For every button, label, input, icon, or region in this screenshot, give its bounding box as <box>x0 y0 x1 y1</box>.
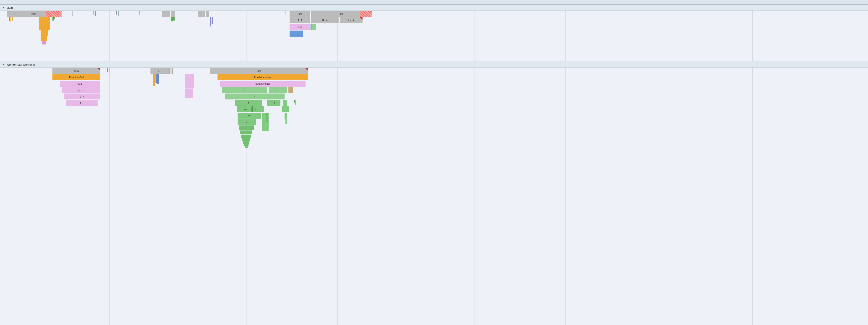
main-task-5[interactable] <box>206 11 209 17</box>
worker-ano-ous[interactable]: (ano...ous) <box>237 106 264 112</box>
main-blue-block[interactable] <box>289 31 303 37</box>
main-re-label: R...e <box>322 19 328 22</box>
worker-anonymous-label: (anonymous) <box>255 82 270 85</box>
worker-grid-13 <box>611 67 611 325</box>
main-task-stripe-right <box>360 11 372 17</box>
main-green-2 <box>54 17 55 19</box>
worker-v[interactable]: V <box>238 119 256 125</box>
worker-timeline: Task Function Call (a...s) ge...e (...) … <box>0 67 868 325</box>
worker-grid-7 <box>337 67 338 325</box>
worker-paren-right-label: (... <box>277 89 280 91</box>
main-re-block[interactable]: R...e <box>311 17 339 23</box>
worker-green-right-3 <box>284 113 287 119</box>
worker-grid-16 <box>752 67 753 325</box>
worker-task-1[interactable]: Task <box>53 68 100 74</box>
main-fl-block[interactable]: F...l <box>289 17 310 23</box>
worker-t-block[interactable]: T... <box>151 68 169 74</box>
worker-w[interactable]: W <box>238 113 261 119</box>
worker-ft[interactable]: ft <box>222 87 267 93</box>
worker-tick-right-3 <box>294 100 294 102</box>
main-purple-low[interactable] <box>42 41 46 45</box>
worker-green-deep-7 <box>245 146 248 148</box>
main-green-mid-2 <box>173 17 175 21</box>
worker-grid-1 <box>64 67 64 325</box>
worker-task-1-corner <box>98 68 100 71</box>
main-task-4[interactable] <box>198 11 205 17</box>
worker-section-header[interactable]: ▼ Worker: exif-worker.js <box>0 62 868 67</box>
main-blue-right <box>311 24 311 30</box>
worker-purple-bar-1 <box>185 75 194 88</box>
main-task-right-2-label: Task <box>338 12 344 15</box>
worker-ge-e[interactable]: ge...e <box>62 87 100 93</box>
worker-tick-2 <box>109 68 110 73</box>
main-task-right-1-label: Task <box>297 12 303 15</box>
worker-w-label: W <box>248 114 251 117</box>
main-task-right-1[interactable]: Task <box>289 11 310 17</box>
tick-6 <box>118 11 119 16</box>
tick-right-1 <box>285 11 285 14</box>
main-label: Main <box>6 6 13 9</box>
worker-anonymous[interactable]: (anonymous) <box>220 81 306 87</box>
main-task-label: Task <box>31 12 36 15</box>
main-paren-block[interactable]: (...) <box>289 24 310 30</box>
grid-line <box>200 10 201 61</box>
grid-line <box>474 10 474 61</box>
worker-z[interactable]: z <box>235 100 262 106</box>
worker-tick-1 <box>107 68 107 71</box>
worker-tick-right-5 <box>297 100 297 104</box>
worker-function-call-label: Function Call <box>69 76 84 79</box>
worker-tick-right-2 <box>293 100 293 104</box>
worker-t-label: T... <box>158 69 161 72</box>
main-paren-label: (...) <box>298 25 302 28</box>
worker-task-2[interactable]: Task <box>210 68 308 74</box>
worker-ano-ous-label: (ano...ous) <box>244 108 256 111</box>
grid-line <box>155 10 155 61</box>
main-task-3[interactable] <box>171 11 175 17</box>
main-green-mid-1 <box>171 17 173 22</box>
worker-green-right-2 <box>284 106 287 112</box>
grid-line <box>429 10 429 61</box>
worker-grid-6 <box>292 67 292 325</box>
main-task-2[interactable] <box>162 11 170 17</box>
worker-run-microtasks-label: Run Microtasks <box>254 76 271 79</box>
worker-green-deep-5 <box>243 141 249 144</box>
worker-green-thin-2 <box>252 106 253 112</box>
worker-f-label: f... <box>80 101 83 104</box>
worker-paren-right[interactable]: (... <box>269 87 287 93</box>
tick-4 <box>95 11 96 16</box>
worker-triangle[interactable]: ▼ <box>2 63 5 66</box>
section-separator-line <box>0 61 868 61</box>
worker-underscore-e[interactable]: _e <box>267 100 280 106</box>
grid-line <box>611 10 611 61</box>
worker-green-cascade-3 <box>266 113 268 122</box>
worker-paren[interactable]: (...) <box>64 93 100 99</box>
main-orange-tall[interactable] <box>39 17 50 30</box>
grid-line <box>752 10 753 61</box>
worker-grid-3 <box>155 67 155 325</box>
grid-line <box>565 10 566 61</box>
main-lat-label: La...t <box>348 19 354 22</box>
main-green-right[interactable] <box>311 24 316 30</box>
main-orange-low[interactable] <box>40 36 47 41</box>
small-bar-1 <box>9 17 10 21</box>
worker-tick-right-4 <box>296 100 296 105</box>
main-triangle[interactable]: ▼ <box>2 6 5 9</box>
main-lat-block[interactable]: La...t <box>340 17 363 23</box>
worker-a-s[interactable]: (a...s) <box>60 81 100 87</box>
main-orange-mid[interactable] <box>40 30 48 36</box>
tick-7 <box>139 11 140 14</box>
worker-ft-label: ft <box>244 89 245 91</box>
timeline-ruler <box>0 0 868 5</box>
worker-function-call[interactable]: Function Call <box>53 75 100 80</box>
worker-grid-10 <box>474 67 474 325</box>
worker-f[interactable]: f... <box>66 100 98 106</box>
worker-orange-1 <box>153 75 155 86</box>
worker-grid-4 <box>200 67 201 325</box>
worker-it-detection <box>228 93 283 99</box>
worker-green-deep-4 <box>242 138 250 141</box>
task-red-corner-lat <box>360 17 363 20</box>
main-section-header[interactable]: ▼ Main <box>0 5 868 10</box>
worker-green-thin-1 <box>251 106 251 112</box>
worker-run-microtasks[interactable]: Run Microtasks <box>218 75 308 80</box>
small-bar-3 <box>12 17 13 21</box>
